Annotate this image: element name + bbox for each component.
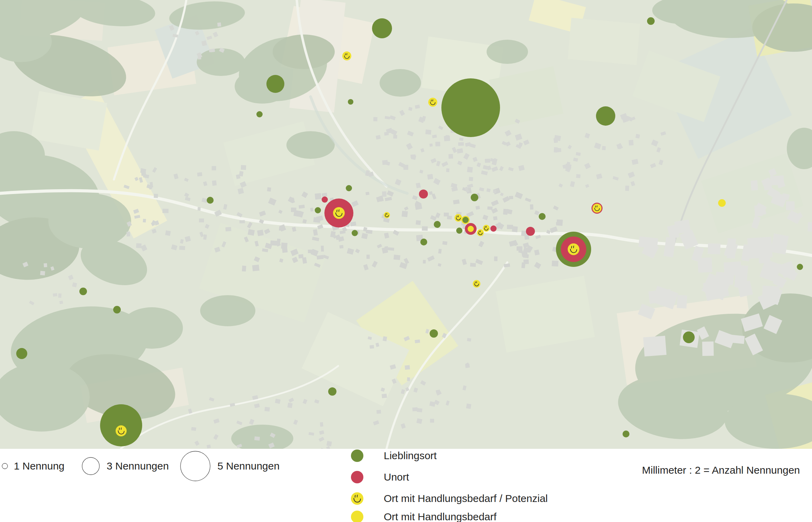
- map-marker-smiley[interactable]: [483, 225, 490, 232]
- map-marker-red-smiley[interactable]: [591, 203, 603, 214]
- map-marker-green[interactable]: [113, 306, 121, 313]
- map-marker-green[interactable]: [456, 228, 462, 234]
- map-marker-red[interactable]: [526, 227, 535, 236]
- map-marker-green[interactable]: [539, 213, 546, 220]
- map-marker-green[interactable]: [328, 387, 336, 396]
- map-canvas: [0, 0, 812, 449]
- size-legend-label: 3 Nennungen: [107, 460, 169, 472]
- map-marker-green[interactable]: [647, 17, 655, 25]
- legend-label: Lieblingsort: [384, 450, 437, 462]
- map-marker-green-red-smiley[interactable]: [556, 232, 591, 267]
- map-marker-green[interactable]: [430, 329, 438, 338]
- map-marker-red-yellow[interactable]: [465, 223, 477, 235]
- legend-label: Unort: [384, 471, 409, 483]
- aerial-map: [0, 0, 812, 449]
- page: 1 Nennung 3 Nennungen 5 Nennungen Liebli…: [0, 0, 812, 522]
- aerial-photo-background: [0, 0, 812, 449]
- map-marker-green[interactable]: [683, 331, 695, 343]
- map-marker-green[interactable]: [207, 197, 214, 204]
- map-marker-green[interactable]: [797, 264, 803, 270]
- legend-item-lieblingsort: Lieblingsort: [350, 449, 437, 463]
- legend-item-unort: Unort: [350, 470, 409, 484]
- map-marker-green[interactable]: [441, 78, 500, 137]
- map-marker-green[interactable]: [346, 185, 352, 191]
- map-marker-green[interactable]: [471, 194, 478, 201]
- map-marker-yellow[interactable]: [718, 199, 726, 207]
- map-marker-red-smiley[interactable]: [324, 199, 353, 228]
- green-dot-icon: [350, 449, 364, 463]
- legend: 1 Nennung 3 Nennungen 5 Nennungen Liebli…: [0, 449, 812, 522]
- legend-label: Ort mit Handlungsbedarf / Potenzial: [384, 493, 548, 504]
- map-marker-green-smiley[interactable]: [100, 404, 142, 446]
- map-marker-red[interactable]: [419, 190, 428, 199]
- size-circle-5-icon: [180, 451, 211, 482]
- size-legend-label: 1 Nennung: [14, 460, 65, 472]
- map-marker-green[interactable]: [372, 18, 392, 38]
- map-marker-smiley[interactable]: [342, 51, 351, 60]
- map-marker-smiley[interactable]: [473, 280, 480, 288]
- map-marker-smiley[interactable]: [428, 98, 437, 107]
- map-marker-green[interactable]: [16, 348, 27, 359]
- legend-item-handlungsbedarf-potenzial: Ort mit Handlungsbedarf / Potenzial: [350, 492, 548, 505]
- map-marker-red[interactable]: [322, 196, 328, 203]
- size-legend-item-5: 5 Nennungen: [180, 451, 280, 482]
- size-circle-1-icon: [1, 463, 8, 470]
- map-marker-green[interactable]: [256, 111, 263, 117]
- red-dot-icon: [350, 470, 364, 484]
- map-marker-red[interactable]: [490, 225, 497, 232]
- size-legend-label: 5 Nennungen: [217, 460, 280, 472]
- map-marker-green[interactable]: [596, 106, 615, 126]
- map-marker-green[interactable]: [79, 288, 87, 295]
- map-marker-green[interactable]: [315, 207, 321, 213]
- map-marker-yellow-green[interactable]: [461, 216, 470, 224]
- size-circle-3-icon: [81, 457, 100, 475]
- map-marker-green[interactable]: [420, 239, 427, 245]
- map-marker-green[interactable]: [623, 431, 629, 437]
- map-marker-green[interactable]: [266, 75, 284, 93]
- yellow-dot-icon: [350, 510, 364, 522]
- legend-label: Ort mit Handlungsbedarf: [384, 511, 497, 522]
- map-marker-green[interactable]: [348, 99, 353, 105]
- smiley-icon: [350, 492, 364, 505]
- map-marker-green[interactable]: [352, 230, 358, 236]
- size-legend-item-3: 3 Nennungen: [81, 457, 169, 475]
- legend-item-handlungsbedarf: Ort mit Handlungsbedarf: [350, 510, 497, 522]
- map-marker-smiley[interactable]: [454, 214, 462, 222]
- map-marker-smiley[interactable]: [477, 229, 484, 236]
- map-marker-smiley[interactable]: [384, 212, 390, 218]
- size-legend-item-1: 1 Nennung: [1, 460, 65, 472]
- map-marker-green[interactable]: [434, 221, 441, 228]
- scale-note: Millimeter : 2 = Anzahl Nennungen: [642, 464, 800, 476]
